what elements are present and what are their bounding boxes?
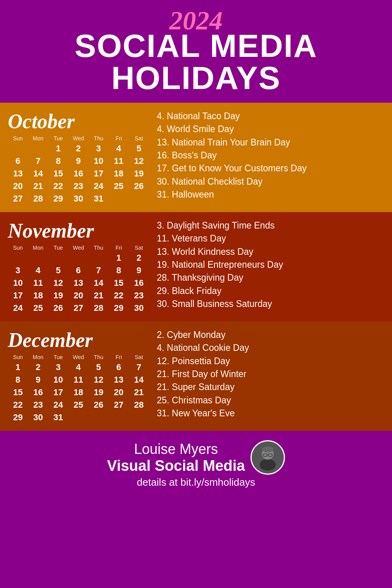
cal-day: 20 (8, 180, 28, 192)
cal-day: 24 (48, 399, 68, 411)
cal-day: 20 (68, 289, 88, 302)
cal-day: 26 (89, 399, 109, 411)
months-container: OctoberSunMonTueWedThuFriSat001234567891… (0, 103, 392, 431)
cal-day: 3 (48, 361, 68, 374)
cal-day: 30 (28, 411, 48, 424)
cal-day: 23 (129, 289, 149, 302)
cal-day: 17 (48, 386, 68, 399)
cal-day: 1 (48, 142, 68, 155)
holiday-item: 4. National Cookie Day (157, 341, 383, 354)
cal-day: 25 (109, 180, 129, 192)
cal-day: 24 (89, 180, 109, 192)
cal-day: 26 (129, 180, 149, 192)
cal-day: 0 (8, 142, 28, 155)
cal-day: 19 (129, 167, 149, 180)
svg-point-6 (262, 446, 274, 452)
cal-day: 0 (109, 192, 129, 205)
holiday-item: 31. New Year's Eve (157, 407, 383, 420)
header-title-line1: SOCIAL MEDIA (74, 28, 317, 64)
cal-day: 10 (48, 374, 68, 386)
svg-point-1 (260, 459, 276, 471)
month-name-november: November (8, 219, 149, 242)
cal-day: 0 (68, 411, 88, 424)
cal-day: 21 (28, 180, 48, 192)
cal-grid-october: SunMonTueWedThuFriSat0012345678910111213… (8, 135, 149, 205)
cal-week: 1234567 (8, 361, 149, 374)
cal-day: 27 (68, 302, 88, 314)
cal-day: 11 (109, 155, 129, 167)
cal-day: 11 (68, 374, 88, 386)
cal-day: 22 (8, 399, 28, 411)
holiday-item: 21. First Day of Winter (157, 368, 383, 381)
month-name-october: October (8, 110, 149, 133)
footer-row: Louise Myers Visual Social Media (107, 440, 285, 475)
cal-day: 28 (89, 302, 109, 314)
cal-day: 21 (129, 386, 149, 399)
avatar (250, 440, 285, 475)
cal-day: 22 (109, 289, 129, 302)
cal-day: 30 (129, 302, 149, 314)
holiday-item: 12. Poinsettia Day (157, 355, 383, 368)
cal-day: 0 (89, 411, 109, 424)
holiday-item: 4. World Smile Day (157, 123, 383, 136)
holiday-item: 16. Boss's Day (157, 149, 383, 162)
cal-day: 16 (68, 167, 88, 180)
cal-day: 10 (89, 155, 109, 167)
cal-day-header: Sat (129, 245, 149, 251)
cal-day: 4 (109, 142, 129, 155)
cal-day: 0 (28, 252, 48, 264)
cal-day: 5 (129, 142, 149, 155)
cal-day: 27 (8, 192, 28, 205)
cal-day: 0 (89, 252, 109, 264)
cal-day: 23 (28, 399, 48, 411)
cal-day: 27 (109, 399, 129, 411)
cal-day: 13 (68, 277, 88, 289)
cal-day: 14 (89, 277, 109, 289)
cal-day-header: Wed (68, 354, 88, 360)
cal-day: 0 (109, 411, 129, 424)
cal-day: 0 (129, 192, 149, 205)
cal-day: 17 (8, 289, 28, 302)
footer: Louise Myers Visual Social Media (0, 431, 392, 499)
holiday-item: 29. Black Friday (157, 285, 383, 298)
cal-day: 28 (129, 399, 149, 411)
holiday-item: 28. Thanksgiving Day (157, 271, 383, 284)
cal-day: 0 (129, 411, 149, 424)
cal-day: 29 (8, 411, 28, 424)
cal-week: 15161718192021 (8, 386, 149, 399)
cal-day-header: Tue (48, 245, 68, 251)
cal-day: 13 (8, 167, 28, 180)
holiday-item: 21. Super Saturday (157, 381, 383, 394)
cal-day-header: Sun (8, 245, 28, 251)
cal-week: 13141516171819 (8, 167, 149, 180)
holiday-item: 17. Get to Know Your Customers Day (157, 162, 383, 175)
cal-day: 26 (48, 302, 68, 314)
cal-day: 14 (129, 374, 149, 386)
month-section-december: DecemberSunMonTueWedThuFriSat12345678910… (0, 321, 392, 431)
cal-day: 18 (28, 289, 48, 302)
holiday-item: 30. Small Business Saturday (157, 298, 383, 310)
holiday-item: 25. Christmas Day (157, 394, 383, 407)
cal-day: 19 (89, 386, 109, 399)
cal-day-header: Sat (129, 135, 149, 142)
cal-day: 6 (8, 155, 28, 167)
holiday-item: 4. National Taco Day (157, 110, 383, 123)
cal-day: 7 (129, 361, 149, 374)
holiday-item: 11. Veterans Day (157, 232, 383, 245)
cal-day-header: Mon (28, 354, 48, 360)
cal-day: 20 (109, 386, 129, 399)
month-name-december: December (8, 328, 149, 352)
cal-day: 21 (89, 289, 109, 302)
cal-day: 0 (28, 142, 48, 155)
cal-day-header: Mon (28, 135, 48, 142)
cal-day: 31 (48, 411, 68, 424)
cal-day-header: Sat (129, 354, 149, 360)
cal-day-header: Sun (8, 354, 28, 360)
holidays-december: 2. Cyber Monday4. National Cookie Day12.… (153, 328, 383, 424)
cal-day: 16 (28, 386, 48, 399)
cal-day-header: Fri (109, 245, 129, 251)
cal-day-headers: SunMonTueWedThuFriSat (8, 354, 149, 360)
cal-day: 18 (109, 167, 129, 180)
cal-week: 891011121314 (8, 374, 149, 386)
cal-day: 7 (89, 264, 109, 277)
